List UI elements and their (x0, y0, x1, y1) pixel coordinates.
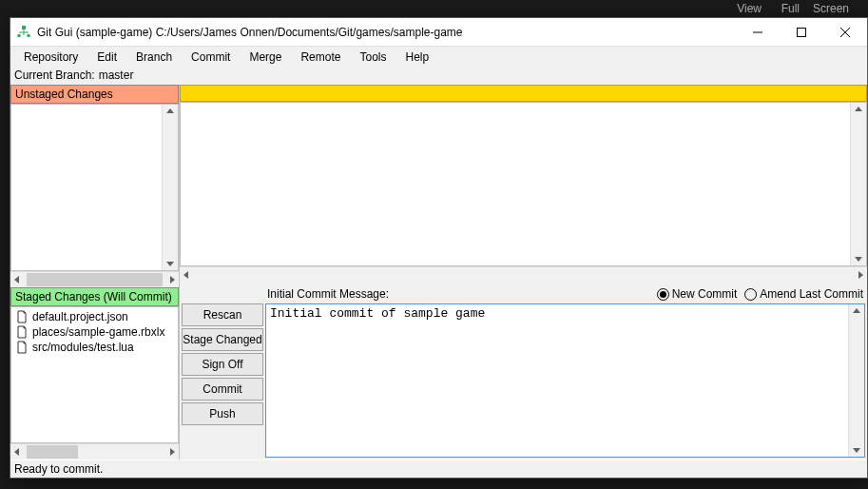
menu-merge[interactable]: Merge (240, 49, 291, 66)
scrollbar-vertical[interactable] (848, 304, 864, 457)
file-icon (15, 325, 29, 339)
menu-remote[interactable]: Remote (291, 49, 350, 66)
new-commit-label: New Commit (672, 287, 738, 301)
bg-menu-view: View (737, 2, 762, 15)
branch-label: Current Branch: (14, 68, 95, 84)
menu-tools[interactable]: Tools (350, 49, 395, 66)
sign-off-button[interactable]: Sign Off (182, 353, 263, 376)
commit-message-box (265, 303, 865, 458)
staged-header[interactable]: Staged Changes (Will Commit) (10, 287, 179, 306)
titlebar[interactable]: Git Gui (sample-game) C:/Users/James Onn… (10, 18, 867, 47)
amend-commit-label: Amend Last Commit (760, 287, 863, 301)
menu-branch[interactable]: Branch (126, 49, 182, 66)
scrollbar-horizontal-unstaged[interactable] (10, 271, 179, 287)
file-name: default.project.json (32, 310, 128, 323)
scrollbar-horizontal-diff[interactable] (180, 266, 867, 283)
stage-changed-button[interactable]: Stage Changed (182, 328, 263, 351)
diff-header[interactable] (180, 85, 867, 102)
svg-rect-6 (798, 28, 806, 36)
scrollbar-horizontal-staged[interactable] (10, 443, 179, 460)
commit-header: Initial Commit Message: New Commit Amend… (265, 284, 865, 303)
svg-point-4 (27, 33, 30, 37)
right-column: Rescan Stage Changed Sign Off Commit Pus… (180, 85, 867, 460)
menu-commit[interactable]: Commit (182, 49, 240, 66)
app-icon (16, 25, 31, 40)
content-area: Unstaged Changes Staged Changes (Will Co… (10, 85, 867, 460)
file-name: places/sample-game.rbxlx (32, 325, 164, 339)
commit-button[interactable]: Commit (182, 378, 263, 401)
staged-file-row[interactable]: src/modules/test.lua (13, 340, 176, 355)
diff-body[interactable] (180, 102, 867, 266)
radio-icon (744, 288, 757, 301)
window-title: Git Gui (sample-game) C:/Users/James Onn… (37, 26, 736, 39)
scrollbar-vertical[interactable] (850, 103, 866, 265)
bg-menu-full: Full (781, 2, 800, 15)
unstaged-header[interactable]: Unstaged Changes (10, 85, 179, 104)
action-buttons: Rescan Stage Changed Sign Off Commit Pus… (180, 283, 265, 460)
staged-file-row[interactable]: default.project.json (13, 309, 176, 324)
commit-area: Rescan Stage Changed Sign Off Commit Pus… (180, 283, 867, 460)
menu-repository[interactable]: Repository (14, 49, 87, 66)
commit-message-label: Initial Commit Message: (267, 287, 389, 301)
file-icon (15, 341, 29, 354)
svg-rect-2 (19, 31, 29, 32)
push-button[interactable]: Push (182, 402, 263, 425)
menu-help[interactable]: Help (395, 49, 438, 66)
close-button[interactable] (823, 18, 867, 46)
minimize-button[interactable] (736, 18, 780, 46)
branch-name: master (99, 68, 134, 84)
staged-file-list[interactable]: default.project.json places/sample-game.… (10, 306, 179, 443)
maximize-button[interactable] (780, 18, 823, 46)
menu-edit[interactable]: Edit (87, 49, 126, 66)
commit-message-column: Initial Commit Message: New Commit Amend… (265, 283, 867, 460)
status-text: Ready to commit. (14, 462, 103, 476)
rescan-button[interactable]: Rescan (182, 303, 263, 326)
commit-message-input[interactable] (266, 304, 864, 457)
file-icon (15, 310, 29, 323)
git-gui-window: Git Gui (sample-game) C:/Users/James Onn… (10, 17, 868, 479)
left-column: Unstaged Changes Staged Changes (Will Co… (10, 85, 180, 460)
amend-commit-radio[interactable]: Amend Last Commit (744, 287, 863, 301)
menubar: Repository Edit Branch Commit Merge Remo… (10, 47, 867, 68)
radio-icon (657, 288, 669, 301)
staged-file-row[interactable]: places/sample-game.rbxlx (13, 324, 176, 340)
branch-bar: Current Branch: master (10, 68, 867, 85)
file-name: src/modules/test.lua (32, 341, 134, 354)
new-commit-radio[interactable]: New Commit (657, 287, 738, 301)
status-bar: Ready to commit. (10, 460, 867, 478)
bg-menu-screen: Screen (813, 2, 849, 15)
scrollbar-vertical[interactable] (162, 105, 178, 270)
diff-pane (180, 85, 867, 283)
svg-rect-0 (22, 26, 26, 29)
unstaged-file-list[interactable] (10, 104, 179, 271)
svg-point-3 (17, 33, 21, 37)
